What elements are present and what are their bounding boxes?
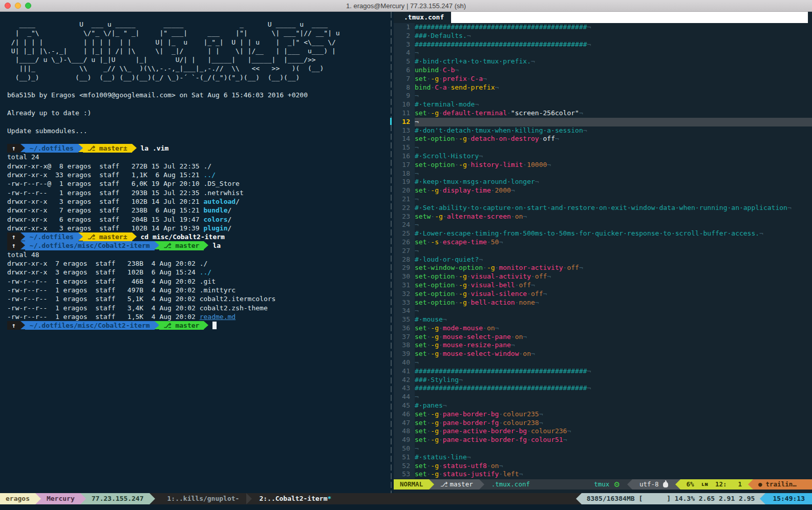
powerline-arrow-icon <box>20 241 25 249</box>
vim-line: 20set·-g·display-time·2000¬ <box>394 186 812 195</box>
terminal-text: / <box>227 206 231 215</box>
flag-token: -g <box>431 419 439 427</box>
tmux-window-1[interactable]: 1:..kills/gnuplot- <box>155 493 247 504</box>
vim-line: 39set·-g·mouse-select-window·on¬ <box>394 350 812 358</box>
shell-pane[interactable]: ____ U ___ u _____ _____ _ U _____ u ___… <box>0 12 389 493</box>
vim-pane[interactable]: .tmux.conf 1############################… <box>394 12 812 493</box>
vim-tab[interactable]: .tmux.conf <box>394 12 451 23</box>
separator-arrow-icon <box>479 479 484 490</box>
option-token: detach-on-destroy <box>471 135 539 142</box>
terminal-text: drwxr-xr-x 3 eragos staff 102B 14 Apr 19… <box>7 224 204 232</box>
flag-token: -g <box>431 427 439 435</box>
option-token: mouse-select-window <box>443 350 519 357</box>
line-number: 50 <box>394 444 415 453</box>
separator-arrow-icon <box>760 493 765 504</box>
line-number: 29 <box>394 264 415 272</box>
flag-token: -g <box>431 109 439 117</box>
eol-marker: ¬ <box>587 23 591 31</box>
keyword-token: set-window-option <box>415 264 483 271</box>
eol-marker: ¬ <box>415 118 419 125</box>
space-dot: · <box>467 161 471 168</box>
line-number: 31 <box>394 281 415 290</box>
keyword-token: set <box>415 350 426 357</box>
space-dot: · <box>467 272 471 280</box>
powerline-arrow-icon <box>132 144 137 152</box>
pane-divider[interactable] <box>389 12 394 493</box>
flag-token: -g <box>431 333 439 341</box>
eol-marker: ¬ <box>459 376 463 384</box>
code-text: ¬ <box>415 92 812 100</box>
line-number: 15 <box>394 143 415 152</box>
comment-token: #·keep·tmux·msgs·around·longer <box>415 178 535 185</box>
comment-token: #·status·line <box>415 453 467 461</box>
line-number: 49 <box>394 436 415 444</box>
eol-marker: ¬ <box>587 384 591 392</box>
comment-token: #·loud·or·quiet? <box>415 256 479 263</box>
prompt-status-icon: ↑ <box>7 232 20 241</box>
tmux-window-2[interactable]: 2:..Cobalt2-iterm* <box>252 493 332 504</box>
line-number: 41 <box>394 367 415 376</box>
readme-link[interactable]: readme.md <box>200 312 236 321</box>
prompt-git-segment: ⎇ master± <box>83 144 132 153</box>
keyword-token: set-option <box>415 299 455 306</box>
eol-marker: ¬ <box>563 436 567 443</box>
prompt-path-segment: ~/.dotfiles/misc/Cobalt2-iterm <box>25 321 155 330</box>
terminal-line: drwxr-xr-x 3 eragos staff 102B 14 Jul 20… <box>7 197 389 206</box>
line-number: 44 <box>394 393 415 401</box>
code-text: ¬ <box>415 393 812 401</box>
powerline-arrow-icon <box>20 232 25 241</box>
statusline-encoding: utf-8 <box>632 479 675 490</box>
option-token: pane-border-fg <box>443 419 499 427</box>
terminal-text: / <box>227 215 231 224</box>
code-text: ¬ <box>415 247 812 256</box>
scroll-percent: 6% <box>687 479 694 490</box>
minimize-button[interactable] <box>15 3 21 9</box>
space-dot: · <box>431 83 435 91</box>
comment-token: #·bind·ctrl+a·to·tmux·prefix. <box>415 57 531 65</box>
line-number: 30 <box>394 272 415 281</box>
eol-marker: ¬ <box>483 75 487 82</box>
powerline-arrow-icon <box>204 321 208 329</box>
vim-line: 18¬ <box>394 169 812 178</box>
branch-name: master <box>450 480 473 488</box>
code-text: ###·Defaults.¬ <box>415 32 812 40</box>
vim-line: 11set·-g·default-terminal·"screen-256col… <box>394 109 812 118</box>
terminal-line: -rw-r--r-- 1 eragos staff 46B 4 Aug 20:0… <box>7 277 389 286</box>
space-dot: · <box>455 281 459 289</box>
tabline-fill <box>451 12 808 23</box>
terminal-line: drwxr-xr-x 7 eragos staff 238B 6 Aug 15:… <box>7 206 389 215</box>
vim-line: 7set·-g·prefix·C-a¬ <box>394 75 812 83</box>
space-dot: · <box>439 324 443 332</box>
vim-line: 19#·keep·tmux·msgs·around·longer¬ <box>394 178 812 186</box>
status-user: eragos <box>0 493 35 504</box>
code-text: set·-s·escape-time·50¬ <box>415 238 812 247</box>
vim-line: 42###·Styling¬ <box>394 376 812 385</box>
code-text: set-option·-g·visual-activity·off¬ <box>415 272 812 281</box>
code-text: #·bind·ctrl+a·to·tmux·prefix.¬ <box>415 57 812 66</box>
separator-arrow-icon <box>748 479 753 490</box>
zoom-button[interactable] <box>25 3 31 9</box>
code-text: ########################################… <box>415 40 812 49</box>
space-dot: · <box>487 238 491 246</box>
value-token: 2000 <box>495 186 511 194</box>
line-number: 46 <box>394 410 415 419</box>
line-number: 17 <box>394 161 415 169</box>
vim-line: 32set-option·-g·visual-silence·off¬ <box>394 290 812 299</box>
close-button[interactable] <box>5 3 11 9</box>
space-dot: · <box>439 410 443 418</box>
option-token: status-justify <box>443 470 499 478</box>
code-text: #·don't·detach·tmux·when·killing·a·sessi… <box>415 126 812 135</box>
keyword-token: bind <box>415 83 431 91</box>
keyword-token: set <box>415 75 426 82</box>
space-dot: · <box>443 213 447 220</box>
code-text: ¬ <box>415 143 812 152</box>
vim-line: 15¬ <box>394 143 812 152</box>
space-dot: · <box>439 341 443 349</box>
code-text: set·-g·mouse-select-pane·on¬ <box>415 333 812 342</box>
space-dot: · <box>439 75 443 82</box>
line-number: 32 <box>394 290 415 299</box>
prompt-path-segment: ~/.dotfiles/misc/Cobalt2-iterm <box>25 241 155 250</box>
code-text: set·-g·display-time·2000¬ <box>415 186 812 195</box>
vim-buffer[interactable]: 1#######################################… <box>394 23 812 479</box>
eol-marker: ¬ <box>415 195 419 203</box>
